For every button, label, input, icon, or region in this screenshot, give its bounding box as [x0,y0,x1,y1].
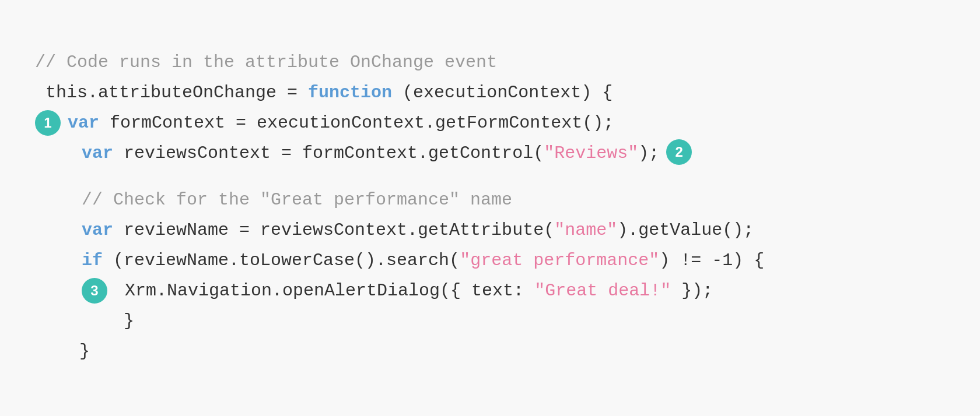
code-string-name: "name" [554,216,617,244]
code-plain-6b: ).getValue(); [617,216,754,244]
code-line-4: var reviewsContext = formContext.getCont… [35,139,945,167]
code-line-2: this.attributeOnChange = function (execu… [35,79,945,107]
code-keyword-var-3: var [82,216,113,244]
code-plain-2a: this.attributeOnChange = [35,79,308,107]
code-line-10: } [35,337,945,365]
code-keyword-function: function [308,79,392,107]
code-line-9: } [35,307,945,335]
code-line-6: var reviewName = reviewsContext.getAttri… [35,216,945,244]
code-line-8: 3 Xrm.Navigation.openAlertDialog({ text:… [35,277,945,305]
code-line-1: // Code runs in the attribute OnChange e… [35,48,945,76]
badge-1: 1 [35,110,61,136]
badge-3: 3 [82,278,107,304]
code-plain-10: } [58,337,90,365]
code-string-great-deal: "Great deal!" [534,277,671,305]
badge-2: 2 [666,139,692,165]
comment-1: // Code runs in the attribute OnChange e… [35,48,497,76]
code-plain-8b: }); [671,277,713,305]
code-string-great-performance: "great performance" [460,246,659,274]
code-plain-7b: ) != -1) { [659,246,764,274]
code-line-5: // Check for the "Great performance" nam… [35,186,945,214]
code-plain-4b: ); [638,139,659,167]
code-spacer-1 [35,170,945,184]
code-keyword-var-2: var [82,139,113,167]
code-string-reviews: "Reviews" [544,139,638,167]
code-block: // Code runs in the attribute OnChange e… [0,0,980,416]
code-plain-9: } [82,307,134,335]
code-keyword-var-1: var [68,109,99,137]
code-plain-8a: Xrm.Navigation.openAlertDialog({ text: [114,277,534,305]
code-line-3: 1 var formContext = executionContext.get… [35,109,945,137]
code-plain-3: formContext = executionContext.getFormCo… [99,109,614,137]
code-plain-7a: (reviewName.toLowerCase().search( [103,246,460,274]
code-plain-4a: reviewsContext = formContext.getControl( [113,139,544,167]
code-line-7: if (reviewName.toLowerCase().search( "gr… [35,246,945,274]
code-plain-6a: reviewName = reviewsContext.getAttribute… [113,216,554,244]
comment-2: // Check for the "Great performance" nam… [82,186,512,214]
code-keyword-if: if [82,246,103,274]
code-plain-2b: (executionContext) { [392,79,612,107]
